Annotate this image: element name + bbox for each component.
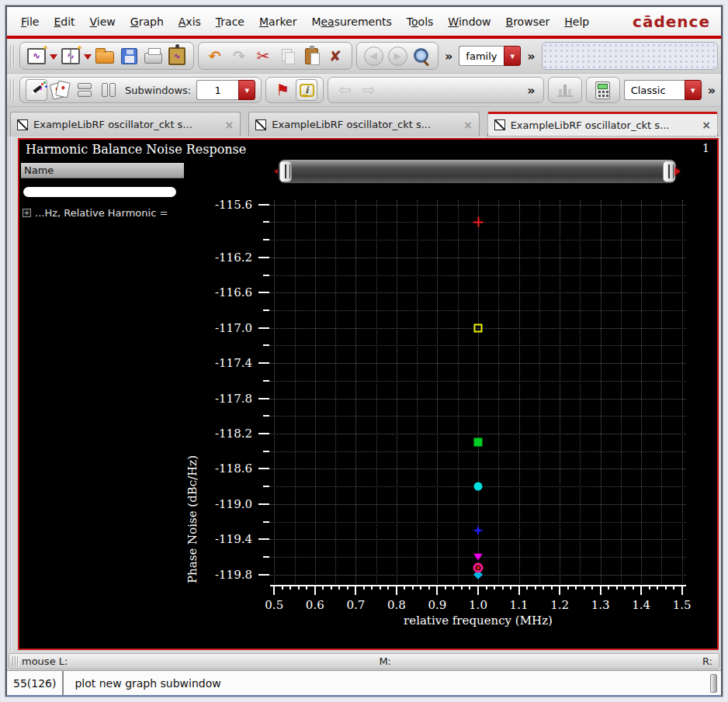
- toolbar-overflow-chevron-2[interactable]: »: [525, 49, 537, 64]
- tab-close-icon[interactable]: ×: [225, 119, 234, 131]
- tree-expand-icon[interactable]: +: [23, 209, 31, 217]
- menu-item-axis[interactable]: Axis: [179, 16, 201, 28]
- family-dropdown-value[interactable]: family: [459, 46, 504, 66]
- menu-item-file[interactable]: File: [21, 16, 39, 28]
- info-balloon-button[interactable]: i: [296, 79, 317, 101]
- axis-tick: [469, 586, 470, 590]
- axis-tick: [371, 586, 373, 590]
- paste-clipboard-icon: [305, 48, 318, 64]
- family-dropdown[interactable]: family ▾: [459, 46, 521, 66]
- menu-item-trace[interactable]: Trace: [216, 16, 244, 28]
- gridline: [270, 381, 686, 382]
- x-tick-label: 1.2: [550, 598, 569, 612]
- data-marker-plus[interactable]: [473, 217, 484, 227]
- menu-item-marker[interactable]: Marker: [259, 16, 296, 28]
- slider-right-handle[interactable]: [663, 161, 675, 182]
- wizard-button[interactable]: [26, 79, 47, 101]
- toolbar-grip-2[interactable]: [10, 79, 16, 101]
- tab-1[interactable]: ExampleLibRF oscillator_ckt s...×: [10, 112, 241, 137]
- copy-button[interactable]: [276, 45, 298, 67]
- toolbar2-overflow-chevron[interactable]: »: [525, 83, 537, 98]
- subwindows-value[interactable]: 1: [196, 80, 238, 100]
- slider-right-arrow-icon[interactable]: [674, 167, 685, 176]
- status-scroll-handle[interactable]: [710, 674, 717, 693]
- data-marker-square-open[interactable]: [474, 323, 483, 332]
- family-dropdown-button[interactable]: ▾: [504, 46, 521, 66]
- print-button[interactable]: [142, 45, 164, 67]
- new-subwindow-dropdown-arrow[interactable]: [84, 54, 92, 64]
- next-view-button[interactable]: ⇨: [358, 79, 380, 101]
- style-dropdown[interactable]: Classic ▾: [624, 80, 702, 100]
- toolbar-grip[interactable]: [10, 45, 16, 67]
- gridline: [270, 258, 686, 258]
- graph-area: Harmonic Balance Noise Response 1 Name +…: [7, 137, 721, 652]
- redo-button[interactable]: ↷: [228, 45, 250, 67]
- save-button[interactable]: [118, 45, 140, 67]
- selected-trace-highlight[interactable]: [23, 187, 176, 197]
- new-window-dropdown-arrow[interactable]: [50, 54, 57, 64]
- horizontal-split-button[interactable]: [74, 79, 95, 101]
- tab-close-icon[interactable]: ×: [702, 119, 711, 131]
- menu-item-edit[interactable]: Edit: [54, 16, 75, 28]
- legend-name-header[interactable]: Name: [21, 163, 184, 178]
- data-marker-square[interactable]: [474, 438, 483, 447]
- mouse-right-label: R:: [702, 655, 712, 667]
- toolbar-overflow-chevron[interactable]: »: [442, 49, 455, 64]
- axis-tick: [494, 586, 495, 590]
- window-group: Subwindows: 1 ▾: [19, 77, 262, 103]
- status-counter: 55(126): [7, 671, 64, 695]
- statusbar-grip[interactable]: [12, 656, 19, 666]
- menu-item-help[interactable]: Help: [564, 16, 589, 28]
- menu-item-graph[interactable]: Graph: [130, 16, 164, 28]
- playing-cards-icon: [51, 81, 70, 99]
- gridline: [270, 399, 686, 399]
- menu-item-window[interactable]: Window: [448, 16, 491, 28]
- open-button[interactable]: [94, 45, 116, 67]
- y-axis-title: Phase Noise (dBc/Hz): [185, 200, 199, 583]
- flag-button[interactable]: ⚑: [272, 79, 293, 101]
- cut-button[interactable]: ✂: [252, 45, 274, 67]
- data-marker-circle[interactable]: [474, 482, 483, 491]
- style-dropdown-value[interactable]: Classic: [624, 80, 685, 100]
- new-subwindow-button[interactable]: ∿: [60, 45, 81, 67]
- tab-close-icon[interactable]: ×: [463, 119, 473, 131]
- trace-tree-item[interactable]: + ...Hz, Relative Harmonic =: [23, 207, 184, 219]
- axis-tick: [263, 521, 269, 523]
- snapshot-button[interactable]: ∿: [166, 45, 188, 67]
- plot-canvas[interactable]: [270, 200, 686, 583]
- gridline: [270, 205, 686, 206]
- style-dropdown-button[interactable]: ▾: [685, 80, 702, 100]
- menu-item-browser[interactable]: Browser: [506, 16, 550, 28]
- axis-tick: [263, 221, 269, 223]
- calculator-button[interactable]: [592, 79, 614, 101]
- data-marker-dot[interactable]: [477, 565, 480, 569]
- slider-left-handle[interactable]: [279, 161, 292, 182]
- axis-tick: [263, 380, 269, 382]
- subwindows-dropdown-button[interactable]: ▾: [238, 80, 255, 100]
- back-button[interactable]: ◀: [362, 45, 384, 67]
- forward-button[interactable]: ▶: [387, 45, 408, 67]
- vertical-split-button[interactable]: [98, 79, 120, 101]
- tab-3[interactable]: ExampleLibRF oscillator_ckt s...×: [487, 112, 718, 137]
- data-marker-star4[interactable]: [473, 525, 484, 536]
- histogram-button[interactable]: [554, 79, 576, 101]
- tab-2[interactable]: ExampleLibRF oscillator_ckt s...×: [248, 112, 479, 137]
- menu-item-measurements[interactable]: Measurements: [311, 16, 391, 28]
- zoom-fit-button[interactable]: [411, 45, 432, 67]
- undo-icon: ↶: [209, 49, 221, 64]
- menu-item-view[interactable]: View: [90, 16, 116, 28]
- new-window-button[interactable]: ∿: [26, 45, 47, 67]
- paste-button[interactable]: [300, 45, 322, 67]
- undo-button[interactable]: ↶: [204, 45, 226, 67]
- gridline: [270, 363, 686, 364]
- axis-tick: [282, 586, 283, 590]
- subwindows-select[interactable]: 1 ▾: [196, 80, 255, 100]
- cards-view-button[interactable]: [50, 79, 71, 101]
- mouse-middle-label: M:: [379, 655, 391, 667]
- previous-view-button[interactable]: ⇦: [334, 79, 355, 101]
- slider-track[interactable]: [278, 159, 677, 184]
- toolbar2-overflow-chevron-2[interactable]: »: [705, 83, 718, 98]
- delete-button[interactable]: ✘: [324, 45, 346, 67]
- axis-tick: [584, 586, 585, 590]
- menu-item-tools[interactable]: Tools: [407, 16, 434, 28]
